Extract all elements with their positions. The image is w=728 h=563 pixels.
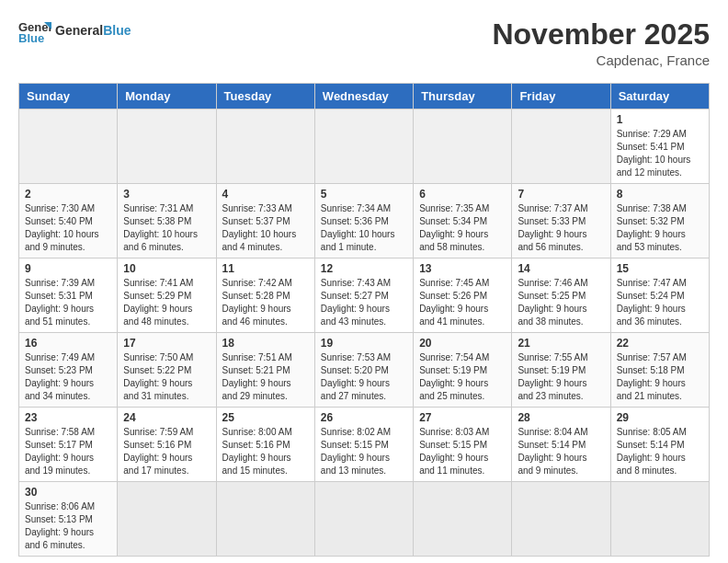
day-number: 20 [419,337,506,350]
calendar-day: 4Sunrise: 7:33 AMSunset: 5:37 PMDaylight… [216,184,314,259]
day-number: 9 [25,262,111,275]
calendar-day: 29Sunrise: 8:05 AMSunset: 5:14 PMDayligh… [610,408,709,482]
day-info: Sunrise: 8:02 AMSunset: 5:15 PMDaylight:… [321,426,407,477]
day-number: 4 [222,188,309,201]
calendar-day: 7Sunrise: 7:37 AMSunset: 5:33 PMDaylight… [512,184,610,259]
day-number: 3 [123,188,210,201]
calendar-day [118,482,216,557]
day-number: 5 [321,188,407,201]
day-info: Sunrise: 8:06 AMSunset: 5:13 PMDaylight:… [25,500,111,552]
calendar-day: 23Sunrise: 7:58 AMSunset: 5:17 PMDayligh… [19,408,118,482]
calendar-day [118,109,216,184]
calendar-day [414,482,512,557]
calendar-day: 21Sunrise: 7:55 AMSunset: 5:19 PMDayligh… [512,333,610,408]
calendar-week-6: 30Sunrise: 8:06 AMSunset: 5:13 PMDayligh… [19,482,710,557]
calendar-header-row: SundayMondayTuesdayWednesdayThursdayFrid… [19,84,710,109]
day-number: 10 [123,262,210,275]
day-info: Sunrise: 7:39 AMSunset: 5:31 PMDaylight:… [25,277,111,328]
calendar-day: 28Sunrise: 8:04 AMSunset: 5:14 PMDayligh… [512,408,610,482]
day-info: Sunrise: 8:05 AMSunset: 5:14 PMDaylight:… [617,426,703,477]
calendar-day: 8Sunrise: 7:38 AMSunset: 5:32 PMDaylight… [610,184,709,259]
day-number: 24 [123,411,210,424]
day-number: 18 [222,337,309,350]
calendar-table: SundayMondayTuesdayWednesdayThursdayFrid… [18,83,710,557]
calendar-day [19,109,118,184]
day-info: Sunrise: 7:35 AMSunset: 5:34 PMDaylight:… [419,202,506,254]
day-info: Sunrise: 7:43 AMSunset: 5:27 PMDaylight:… [321,277,407,328]
day-header-sunday: Sunday [19,84,118,109]
calendar-day [512,482,610,557]
calendar-day: 24Sunrise: 7:59 AMSunset: 5:16 PMDayligh… [118,408,216,482]
calendar-week-5: 23Sunrise: 7:58 AMSunset: 5:17 PMDayligh… [19,408,710,482]
day-info: Sunrise: 7:50 AMSunset: 5:22 PMDaylight:… [123,351,210,403]
day-header-wednesday: Wednesday [314,84,413,109]
day-number: 13 [419,262,506,275]
day-info: Sunrise: 7:42 AMSunset: 5:28 PMDaylight:… [222,277,309,328]
calendar-day: 14Sunrise: 7:46 AMSunset: 5:25 PMDayligh… [512,259,610,333]
day-number: 25 [222,411,309,424]
day-number: 16 [25,337,111,350]
calendar-week-3: 9Sunrise: 7:39 AMSunset: 5:31 PMDaylight… [19,259,710,333]
page-header: General Blue GeneralBlue November 2025 C… [18,18,710,68]
day-header-tuesday: Tuesday [216,84,314,109]
calendar-day: 9Sunrise: 7:39 AMSunset: 5:31 PMDaylight… [19,259,118,333]
calendar-day: 6Sunrise: 7:35 AMSunset: 5:34 PMDaylight… [414,184,512,259]
location: Capdenac, France [492,52,710,68]
calendar-day: 30Sunrise: 8:06 AMSunset: 5:13 PMDayligh… [19,482,118,557]
calendar-day: 12Sunrise: 7:43 AMSunset: 5:27 PMDayligh… [314,259,413,333]
calendar-day [512,109,610,184]
calendar-day: 13Sunrise: 7:45 AMSunset: 5:26 PMDayligh… [414,259,512,333]
day-number: 15 [617,262,703,275]
calendar-day [314,109,413,184]
day-number: 29 [617,411,703,424]
calendar-day: 17Sunrise: 7:50 AMSunset: 5:22 PMDayligh… [118,333,216,408]
title-block: November 2025 Capdenac, France [492,18,710,68]
day-info: Sunrise: 7:55 AMSunset: 5:19 PMDaylight:… [518,351,604,403]
day-number: 2 [25,188,111,201]
calendar-day: 20Sunrise: 7:54 AMSunset: 5:19 PMDayligh… [414,333,512,408]
calendar-week-1: 1Sunrise: 7:29 AMSunset: 5:41 PMDaylight… [19,109,710,184]
day-number: 28 [518,411,604,424]
day-number: 21 [518,337,604,350]
logo-icon: General Blue [18,18,51,44]
day-number: 17 [123,337,210,350]
day-number: 12 [321,262,407,275]
day-number: 19 [321,337,407,350]
day-number: 7 [518,188,604,201]
calendar-day: 16Sunrise: 7:49 AMSunset: 5:23 PMDayligh… [19,333,118,408]
day-number: 14 [518,262,604,275]
day-info: Sunrise: 7:29 AMSunset: 5:41 PMDaylight:… [617,128,703,179]
logo-text: GeneralBlue [55,24,131,38]
day-info: Sunrise: 7:57 AMSunset: 5:18 PMDaylight:… [617,351,703,403]
calendar-day: 26Sunrise: 8:02 AMSunset: 5:15 PMDayligh… [314,408,413,482]
day-info: Sunrise: 7:53 AMSunset: 5:20 PMDaylight:… [321,351,407,403]
calendar-day: 10Sunrise: 7:41 AMSunset: 5:29 PMDayligh… [118,259,216,333]
day-number: 23 [25,411,111,424]
day-number: 6 [419,188,506,201]
day-number: 1 [617,113,703,126]
day-number: 30 [25,486,111,499]
day-info: Sunrise: 7:51 AMSunset: 5:21 PMDaylight:… [222,351,309,403]
day-info: Sunrise: 7:41 AMSunset: 5:29 PMDaylight:… [123,277,210,328]
day-info: Sunrise: 8:03 AMSunset: 5:15 PMDaylight:… [419,426,506,477]
logo: General Blue GeneralBlue [18,18,131,44]
calendar-day: 5Sunrise: 7:34 AMSunset: 5:36 PMDaylight… [314,184,413,259]
calendar-day: 22Sunrise: 7:57 AMSunset: 5:18 PMDayligh… [610,333,709,408]
calendar-day [216,482,314,557]
day-info: Sunrise: 8:04 AMSunset: 5:14 PMDaylight:… [518,426,604,477]
day-info: Sunrise: 7:34 AMSunset: 5:36 PMDaylight:… [321,202,407,254]
day-info: Sunrise: 7:30 AMSunset: 5:40 PMDaylight:… [25,202,111,254]
day-info: Sunrise: 7:38 AMSunset: 5:32 PMDaylight:… [617,202,703,254]
calendar-week-4: 16Sunrise: 7:49 AMSunset: 5:23 PMDayligh… [19,333,710,408]
day-info: Sunrise: 7:59 AMSunset: 5:16 PMDaylight:… [123,426,210,477]
day-info: Sunrise: 7:45 AMSunset: 5:26 PMDaylight:… [419,277,506,328]
calendar-day: 3Sunrise: 7:31 AMSunset: 5:38 PMDaylight… [118,184,216,259]
day-info: Sunrise: 7:58 AMSunset: 5:17 PMDaylight:… [25,426,111,477]
month-year: November 2025 [492,18,710,51]
calendar-day [216,109,314,184]
day-info: Sunrise: 7:54 AMSunset: 5:19 PMDaylight:… [419,351,506,403]
calendar-day [610,482,709,557]
day-info: Sunrise: 7:31 AMSunset: 5:38 PMDaylight:… [123,202,210,254]
day-number: 22 [617,337,703,350]
day-header-monday: Monday [118,84,216,109]
